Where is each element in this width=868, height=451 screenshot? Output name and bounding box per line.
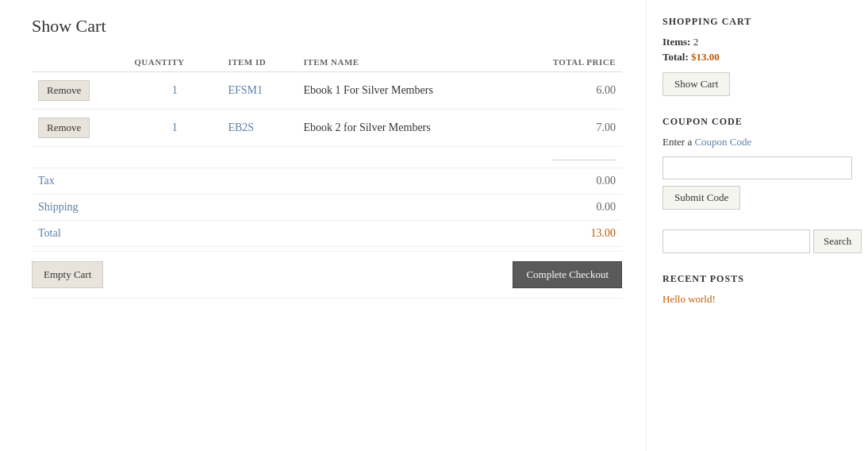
search-button[interactable]: Search: [813, 229, 862, 253]
shopping-cart-title: SHOPPING CART: [663, 16, 852, 28]
shopping-cart-info: Items: 2 Total: $13.00 Show Cart: [663, 36, 852, 96]
coupon-text: Enter a Coupon Code: [663, 136, 852, 148]
item-name-cell: Ebook 1 For Silver Members: [298, 72, 509, 110]
submit-code-button[interactable]: Submit Code: [663, 186, 740, 210]
sidebar-shopping-cart-section: SHOPPING CART Items: 2 Total: $13.00 Sho…: [663, 16, 852, 96]
total-price-cell: 7.00: [509, 110, 622, 147]
coupon-title: COUPON CODE: [663, 116, 852, 128]
sidebar-search-section: Search: [663, 229, 852, 253]
remove-cell: Remove: [32, 110, 128, 147]
recent-post-link[interactable]: Hello world!: [663, 293, 716, 305]
quantity-cell: 1: [128, 72, 221, 110]
quantity-cell: 1: [128, 110, 221, 147]
show-cart-button[interactable]: Show Cart: [663, 72, 730, 96]
main-content: Show Cart QUANTITY ITEM ID ITEM NAME TOT…: [0, 0, 646, 451]
total-row: Total: $13.00: [663, 51, 852, 64]
col-item-name: ITEM NAME: [298, 52, 509, 72]
total-label: Total: [32, 221, 274, 247]
coupon-input[interactable]: [663, 156, 852, 179]
col-remove: [32, 52, 128, 72]
shipping-label: Shipping: [32, 195, 274, 221]
sidebar: SHOPPING CART Items: 2 Total: $13.00 Sho…: [646, 0, 868, 451]
search-input[interactable]: [663, 229, 810, 253]
table-row: Remove 1 EFSM1 Ebook 1 For Silver Member…: [32, 72, 622, 110]
summary-table: Tax 0.00 Shipping 0.00 Total 13.00: [32, 155, 622, 247]
total-price-cell: 6.00: [509, 72, 622, 110]
table-row: Remove 1 EB2S Ebook 2 for Silver Members…: [32, 110, 622, 147]
complete-checkout-button[interactable]: Complete Checkout: [513, 261, 622, 288]
item-name-cell: Ebook 2 for Silver Members: [298, 110, 509, 147]
page-title: Show Cart: [32, 16, 622, 37]
item-id-cell: EFSM1: [221, 72, 297, 110]
remove-cell: Remove: [32, 72, 128, 110]
col-item-id: ITEM ID: [221, 52, 297, 72]
recent-posts-list: Hello world!: [663, 293, 852, 306]
total-label-sidebar: Total:: [663, 51, 689, 63]
items-count: 2: [693, 36, 699, 48]
total-value: 13.00: [274, 221, 622, 247]
tax-value: 0.00: [274, 168, 622, 195]
coupon-link[interactable]: Coupon Code: [694, 136, 751, 148]
coupon-text-before: Enter a: [663, 136, 694, 148]
search-row: Search: [663, 229, 852, 253]
empty-cart-button[interactable]: Empty Cart: [32, 261, 103, 288]
total-amount: $13.00: [691, 51, 720, 63]
remove-button[interactable]: Remove: [38, 80, 90, 101]
col-quantity: QUANTITY: [128, 52, 221, 72]
sidebar-coupon-section: COUPON CODE Enter a Coupon Code Submit C…: [663, 116, 852, 210]
tax-label: Tax: [32, 168, 274, 195]
remove-button[interactable]: Remove: [38, 118, 90, 138]
cart-actions: Empty Cart Complete Checkout: [32, 251, 622, 299]
col-total-price: TOTAL PRICE: [509, 52, 622, 72]
recent-posts-title: RECENT POSTS: [663, 273, 852, 285]
sidebar-recent-posts-section: RECENT POSTS Hello world!: [663, 273, 852, 306]
cart-table: QUANTITY ITEM ID ITEM NAME TOTAL PRICE R…: [32, 52, 622, 147]
item-id-cell: EB2S: [221, 110, 297, 147]
items-label: Items:: [663, 36, 690, 48]
shipping-value: 0.00: [274, 195, 622, 221]
items-count-row: Items: 2: [663, 36, 852, 48]
